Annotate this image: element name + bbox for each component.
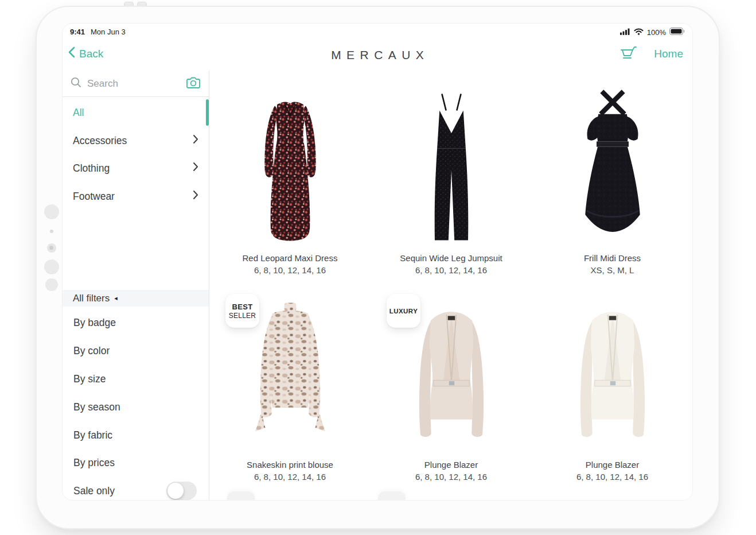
bezel-dot [44,204,59,219]
product-image[interactable] [394,87,509,247]
chevron-right-icon [193,190,198,203]
product-sizes: 6, 8, 10, 12, 14, 16 [415,472,487,482]
sidebar-item-accessories[interactable]: Accessories [63,127,209,154]
camera-search-button[interactable] [186,77,201,91]
toggle-knob [167,483,184,499]
product-image[interactable] [555,87,670,247]
category-label: Clothing [73,162,193,175]
cellular-signal-icon [620,27,630,37]
product-card[interactable]: Plunge Blazer 6, 8, 10, 12, 14, 16 [532,293,693,486]
product-sizes: 6, 8, 10, 12, 14, 16 [254,472,326,482]
product-card[interactable]: Red Leopard Maxi Dress 6, 8, 10, 12, 14,… [209,87,371,280]
luxury-badge: LUXURY [387,294,420,328]
badge-text: BEST [232,303,252,311]
front-camera-icon [47,243,56,253]
sidebar-item-footwear[interactable]: Footwear [63,183,209,210]
chevron-right-icon [193,134,198,147]
product-card[interactable]: Sequin Wide Leg Jumpsuit 6, 8, 10, 12, 1… [371,87,532,280]
brand-logo: MERCAUX [63,48,692,62]
product-sizes: 6, 8, 10, 12, 14, 16 [576,472,648,482]
filter-label: By color [73,345,110,357]
best-seller-badge: BEST SELLER [225,294,259,328]
category-label: All [73,107,198,119]
filter-label: By size [73,373,106,385]
filter-by-prices[interactable]: By prices [63,449,209,476]
product-name: Sequin Wide Leg Jumpsuit [400,253,502,263]
cart-icon [619,45,637,62]
filter-by-size[interactable]: By size [63,365,209,393]
product-sizes: 6, 8, 10, 12, 14, 16 [415,265,487,275]
status-time: 9:41 [70,28,85,36]
selected-indicator [206,99,209,126]
category-label: Accessories [73,135,193,147]
ipad-frame: 9:41Mon Jun 3 [36,6,720,529]
product-sizes: 6, 8, 10, 12, 14, 16 [254,265,326,275]
home-button[interactable]: Home [654,48,683,60]
search-input[interactable] [87,78,186,90]
cart-button[interactable] [619,45,637,62]
product-grid: Red Leopard Maxi Dress 6, 8, 10, 12, 14,… [209,71,693,501]
filter-by-season[interactable]: By season [63,393,209,421]
product-card[interactable]: BEST SELLER Snakeskin print b [209,293,371,486]
product-name: Red Leopard Maxi Dress [243,253,338,263]
product-name: Plunge Blazer [424,460,478,470]
filter-label: By fabric [73,429,112,441]
product-image[interactable] [233,87,348,247]
product-name: Frill Midi Dress [584,253,641,263]
sidebar: All Accessories Clothing Footwear Al [63,71,209,501]
bezel-dot [45,278,58,291]
wifi-icon [634,27,644,37]
badge-text: SELLER [229,312,256,320]
bezel-dot [50,230,53,233]
product-name: Plunge Blazer [586,460,639,470]
sale-only-label: Sale only [73,485,115,497]
product-image[interactable] [555,293,670,454]
product-card[interactable]: Frill Midi Dress XS, S, M, L [532,87,693,280]
filter-label: By badge [73,317,116,329]
category-label: Footwear [73,191,193,203]
header: Back MERCAUX [63,40,692,71]
search-bar [63,71,209,97]
all-filters-label: All filters [73,293,110,304]
app-screen: 9:41Mon Jun 3 [62,23,693,501]
sidebar-item-clothing[interactable]: Clothing [63,154,209,182]
filter-label: By season [73,401,120,413]
sale-toggle[interactable] [166,482,197,500]
next-row-badge-peek [378,491,406,501]
bezel-dot [44,259,59,274]
battery-percent: 100% [647,28,666,37]
battery-icon [669,27,685,37]
product-sizes: XS, S, M, L [591,265,634,275]
badge-text: LUXURY [389,308,418,315]
all-filters-header[interactable]: All filters ◂ [63,290,209,307]
filter-by-fabric[interactable]: By fabric [63,421,209,449]
filter-by-badge[interactable]: By badge [63,309,209,336]
product-card[interactable]: LUXURY [371,293,532,486]
page: 9:41Mon Jun 3 [0,0,756,535]
camera-icon [186,77,201,91]
chevron-right-icon [193,162,198,175]
filter-by-color[interactable]: By color [63,337,209,365]
search-icon [71,77,81,90]
collapse-arrow-icon: ◂ [114,294,118,302]
next-row-badge-peek [227,491,255,501]
filter-label: By prices [73,457,115,469]
sidebar-item-all[interactable]: All [63,99,209,126]
status-bar: 9:41Mon Jun 3 [63,24,692,40]
status-date: Mon Jun 3 [91,28,126,36]
product-name: Snakeskin print blouse [247,460,333,470]
